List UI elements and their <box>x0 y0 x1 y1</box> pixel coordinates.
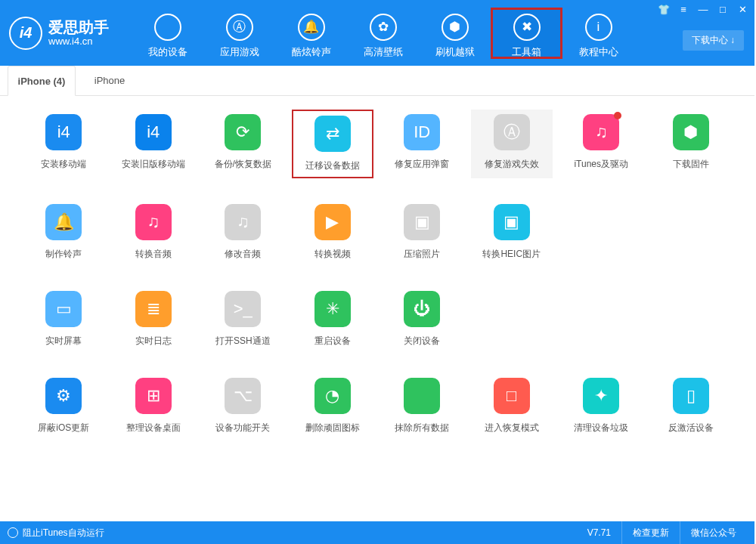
migrate-icon: ⇄ <box>314 116 351 152</box>
tool-ssh-icon[interactable]: >_打开SSH通道 <box>202 286 284 352</box>
maximize-icon[interactable]: □ <box>714 2 732 17</box>
nav-tools[interactable]: ✖工具箱 <box>491 8 562 59</box>
ssh-icon: >_ <box>225 291 261 327</box>
tool-label: 打开SSH通道 <box>215 335 271 348</box>
tool-firmware-icon[interactable]: ⬢下载固件 <box>650 110 733 178</box>
badge-dot <box>614 112 621 119</box>
tool-label: 删除顽固图标 <box>305 422 360 434</box>
status-text: 阻止iTunes自动运行 <box>23 527 104 539</box>
tool-install-icon[interactable]: i4安装移动端 <box>23 110 105 178</box>
nav-flower[interactable]: ✿高清壁纸 <box>347 8 419 59</box>
tool-organize-icon[interactable]: ⊞整理设备桌面 <box>113 373 195 439</box>
shutdown-icon: ⏻ <box>404 291 440 327</box>
heic-convert-icon: ▣ <box>494 204 530 240</box>
tool-label: 转换音频 <box>135 248 172 261</box>
tool-label: 迁移设备数据 <box>305 159 360 172</box>
tool-audio-edit-icon[interactable]: ♫修改音频 <box>202 199 284 265</box>
tool-photo-compress-icon[interactable]: ▣压缩照片 <box>381 199 463 265</box>
wechat-button[interactable]: 微信公众号 <box>680 521 747 544</box>
tool-migrate-icon[interactable]: ⇄迁移设备数据 <box>292 110 374 178</box>
close-icon[interactable]: ✕ <box>733 2 751 17</box>
info-icon: i <box>585 14 612 41</box>
photo-compress-icon: ▣ <box>404 204 440 240</box>
tool-label: 修改音频 <box>225 248 261 261</box>
bell-icon: 🔔 <box>298 14 325 41</box>
firmware-icon: ⬢ <box>673 114 709 150</box>
nav-label: 应用游戏 <box>203 45 275 59</box>
recovery-icon: □ <box>494 378 530 414</box>
tool-label: 实时屏幕 <box>45 335 82 348</box>
version-label: V7.71 <box>577 527 621 538</box>
tool-grid-container: i4安装移动端i4安装旧版移动端⟳备份/恢复数据⇄迁移设备数据ID修复应用弹窗Ⓐ… <box>0 96 754 447</box>
box-icon: ⬢ <box>442 14 469 41</box>
nav-label: 酷炫铃声 <box>275 45 347 59</box>
tool-label: 设备功能开关 <box>215 422 270 434</box>
shirt-icon[interactable]: 👕 <box>655 2 673 17</box>
tool-label: 转换视频 <box>314 248 351 261</box>
tool-deactivate-icon[interactable]: ▯反激活设备 <box>650 373 733 439</box>
tool-label: 进入恢复模式 <box>485 422 539 434</box>
tool-label: 压缩照片 <box>404 248 440 261</box>
audio-convert-icon: ♫ <box>135 204 172 240</box>
tool-fix-game-icon[interactable]: Ⓐ修复游戏失效 <box>471 110 553 178</box>
tool-video-convert-icon[interactable]: ▶转换视频 <box>292 199 374 265</box>
device-tab[interactable]: iPhone (4) <box>8 66 76 96</box>
fix-popup-icon: ID <box>404 114 440 150</box>
organize-icon: ⊞ <box>135 378 172 414</box>
tool-reboot-icon[interactable]: ✳重启设备 <box>292 286 374 352</box>
download-center-button[interactable]: 下载中心 ↓ <box>683 30 744 51</box>
tools-icon: ✖ <box>513 14 541 41</box>
tool-heic-convert-icon[interactable]: ▣转换HEIC图片 <box>471 199 553 265</box>
tool-feature-switch-icon[interactable]: ⌥设备功能开关 <box>202 373 284 439</box>
tool-label: 制作铃声 <box>45 248 82 261</box>
install-icon: i4 <box>45 114 82 150</box>
tool-install-old-icon[interactable]: i4安装旧版移动端 <box>113 110 195 178</box>
tool-realtime-screen-icon[interactable]: ▭实时屏幕 <box>23 286 105 352</box>
tool-recovery-icon[interactable]: □进入恢复模式 <box>471 373 553 439</box>
logo-url: www.i4.cn <box>48 36 109 48</box>
device-tab[interactable]: iPhone <box>76 65 144 95</box>
nav-bell[interactable]: 🔔酷炫铃声 <box>275 8 347 59</box>
nav-box[interactable]: ⬢刷机越狱 <box>419 8 491 59</box>
tool-itunes-icon[interactable]: ♫iTunes及驱动 <box>560 110 643 178</box>
reboot-icon: ✳ <box>314 291 351 327</box>
nav-label: 教程中心 <box>562 45 634 59</box>
tool-fix-popup-icon[interactable]: ID修复应用弹窗 <box>381 110 463 178</box>
menu-icon[interactable]: ≡ <box>674 2 692 17</box>
check-update-button[interactable]: 检查更新 <box>621 521 680 544</box>
nav-apple[interactable]: 我的设备 <box>132 8 203 59</box>
apps-icon: Ⓐ <box>226 14 253 41</box>
erase-icon <box>404 378 440 414</box>
nav-label: 我的设备 <box>132 45 203 59</box>
device-tabs: iPhone (4)iPhone <box>0 66 754 96</box>
tool-label: 下载固件 <box>673 158 709 171</box>
top-bar: i4 爱思助手 www.i4.cn 我的设备Ⓐ应用游戏🔔酷炫铃声✿高清壁纸⬢刷机… <box>0 0 754 66</box>
tool-label: 清理设备垃圾 <box>574 422 628 434</box>
backup-icon: ⟳ <box>225 114 261 150</box>
tool-label: 关闭设备 <box>404 335 440 348</box>
clean-icon: ✦ <box>583 378 619 414</box>
tool-block-update-icon[interactable]: ⚙屏蔽iOS更新 <box>23 373 105 439</box>
tool-realtime-log-icon[interactable]: ≣实时日志 <box>113 286 195 352</box>
tool-audio-convert-icon[interactable]: ♫转换音频 <box>113 199 195 265</box>
video-convert-icon: ▶ <box>314 204 351 240</box>
status-left[interactable]: 阻止iTunes自动运行 <box>8 527 104 539</box>
feature-switch-icon: ⌥ <box>225 378 261 414</box>
tool-shutdown-icon[interactable]: ⏻关闭设备 <box>381 286 463 352</box>
tool-backup-icon[interactable]: ⟳备份/恢复数据 <box>202 110 284 178</box>
window-controls: 👕 ≡ — □ ✕ <box>655 2 751 17</box>
realtime-log-icon: ≣ <box>135 291 172 327</box>
nav-label: 刷机越狱 <box>419 45 491 59</box>
tool-clean-icon[interactable]: ✦清理设备垃圾 <box>560 373 643 439</box>
minimize-icon[interactable]: — <box>694 2 712 17</box>
nav-info[interactable]: i教程中心 <box>562 8 634 59</box>
nav-apps[interactable]: Ⓐ应用游戏 <box>203 8 275 59</box>
tool-erase-icon[interactable]: 抹除所有数据 <box>381 373 463 439</box>
tool-label: 屏蔽iOS更新 <box>38 422 89 434</box>
flower-icon: ✿ <box>370 14 397 41</box>
tool-ringtone-icon[interactable]: 🔔制作铃声 <box>23 199 105 265</box>
logo-badge-icon: i4 <box>9 17 42 50</box>
tool-delete-icon-icon[interactable]: ◔删除顽固图标 <box>292 373 374 439</box>
fix-game-icon: Ⓐ <box>494 114 530 150</box>
block-update-icon: ⚙ <box>45 378 82 414</box>
